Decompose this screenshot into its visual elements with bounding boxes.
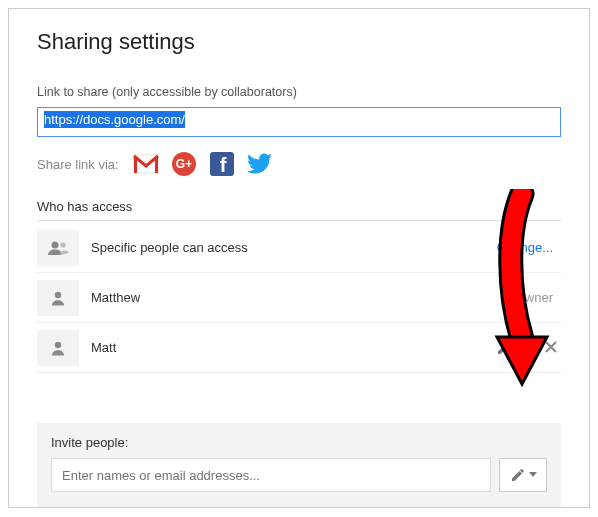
person-row-owner: Matthew Is owner: [37, 273, 561, 323]
access-summary-row: Specific people can access Change...: [37, 223, 561, 273]
caret-down-icon: [515, 345, 523, 351]
person-role: Is owner: [504, 290, 553, 305]
gmail-icon[interactable]: [133, 151, 159, 177]
sharing-settings-dialog: Sharing settings Link to share (only acc…: [8, 8, 590, 508]
share-via-label: Share link via:: [37, 157, 119, 172]
close-icon: [545, 341, 557, 353]
twitter-icon[interactable]: [247, 151, 273, 177]
svg-point-8: [55, 341, 61, 347]
remove-person-button[interactable]: [541, 335, 561, 361]
svg-point-6: [60, 242, 65, 247]
invite-permission-button[interactable]: [499, 458, 547, 492]
caret-down-icon: [529, 472, 537, 478]
share-link-value: https://docs.google.com/: [44, 111, 185, 128]
person-name: Matt: [91, 340, 490, 355]
dialog-title: Sharing settings: [37, 29, 561, 55]
edit-permission-button[interactable]: [490, 336, 529, 360]
google-plus-icon[interactable]: G+: [171, 151, 197, 177]
invite-label: Invite people:: [51, 435, 547, 450]
pencil-icon: [496, 340, 512, 356]
people-group-icon: [37, 230, 79, 266]
svg-text:G+: G+: [175, 157, 191, 171]
share-link-input[interactable]: https://docs.google.com/: [37, 107, 561, 137]
access-summary-text: Specific people can access: [91, 240, 497, 255]
facebook-icon[interactable]: f: [209, 151, 235, 177]
person-row-collaborator: Matt: [37, 323, 561, 373]
pencil-icon: [510, 467, 526, 483]
svg-point-7: [55, 291, 61, 297]
svg-point-5: [52, 241, 59, 248]
share-via-row: Share link via: G+ f: [37, 151, 561, 177]
invite-input[interactable]: [51, 458, 491, 492]
person-icon: [37, 280, 79, 316]
person-icon: [37, 330, 79, 366]
change-access-link[interactable]: Change...: [497, 240, 553, 255]
who-has-access-header: Who has access: [37, 199, 561, 221]
person-name: Matthew: [91, 290, 504, 305]
invite-people-section: Invite people:: [37, 423, 561, 507]
svg-text:f: f: [219, 154, 226, 176]
link-to-share-label: Link to share (only accessible by collab…: [37, 85, 561, 99]
